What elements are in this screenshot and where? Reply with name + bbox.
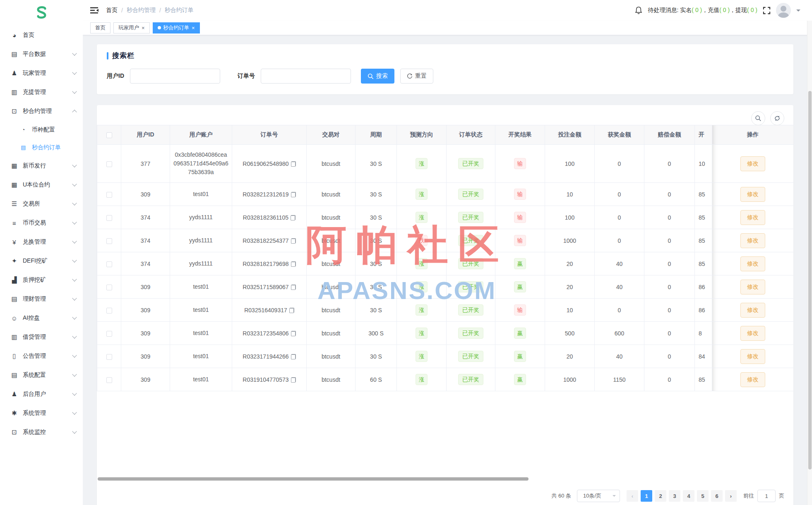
breadcrumb-item[interactable]: 秒合约管理 [127,7,156,14]
row-checkbox[interactable] [106,285,112,290]
direction-tag: 涨 [416,281,428,293]
sidebar-item[interactable]: ☺ AI控盘 [0,309,83,328]
sidebar-item[interactable]: ♟ 玩家管理 [0,64,83,83]
copy-icon[interactable] [291,215,295,220]
edit-button[interactable]: 修改 [740,256,765,271]
reset-button[interactable]: 重置 [400,69,433,84]
page-size-select[interactable]: 10条/页 [577,490,620,502]
column-header-order_no: 订单号 [232,125,307,145]
collapse-sidebar-icon[interactable] [90,7,99,14]
column-header-checkbox [97,125,121,145]
edit-button[interactable]: 修改 [740,210,765,225]
sidebar-item[interactable]: ⊡ 系统监控 [0,423,83,442]
edit-button[interactable]: 修改 [740,156,765,171]
copy-icon[interactable] [291,377,296,383]
row-checkbox[interactable] [106,192,112,198]
result-tag: 输 [514,189,526,200]
cell-pair: btcusdt [307,206,356,229]
copy-icon[interactable] [289,308,294,313]
close-icon[interactable]: × [142,25,145,31]
tab-home[interactable]: 首页 [90,22,111,34]
result-tag: 输 [514,158,526,170]
chevron-down-icon [72,201,77,205]
sidebar-item[interactable]: ▯ 公告管理 [0,347,83,366]
sidebar-item[interactable]: ✱ 系统管理 [0,404,83,423]
chevron-down-icon [72,258,77,262]
tab-seconds-orders[interactable]: 秒合约订单× [153,22,200,34]
edit-button[interactable]: 修改 [740,349,765,364]
refresh-button[interactable] [770,111,784,125]
sidebar-item[interactable]: ▤ 平台数据 [0,45,83,64]
edit-button[interactable]: 修改 [740,280,765,294]
sidebar-item[interactable]: ▤ 理财管理 [0,290,83,309]
page-button[interactable]: 5 [697,490,709,502]
page-button[interactable]: 6 [711,490,723,502]
order-no-input[interactable] [261,69,351,84]
edit-button[interactable]: 修改 [740,303,765,318]
vertical-scrollbar-thumb[interactable] [808,91,812,469]
edit-button[interactable]: 修改 [740,187,765,202]
copy-icon[interactable] [291,331,296,336]
edit-button[interactable]: 修改 [740,372,765,387]
row-checkbox[interactable] [106,161,112,167]
tab-players[interactable]: 玩家用户× [113,22,150,34]
chevron-down-icon[interactable] [796,10,800,14]
sidebar-item[interactable]: ✦ DEFI挖矿 [0,251,83,270]
table-body: 377 0x3cbfe0804086cea09635171d454e09a675… [97,145,794,391]
sidebar-item[interactable]: ▦ U本位合约 [0,175,83,194]
copy-icon[interactable] [291,261,296,267]
row-checkbox[interactable] [106,215,112,221]
copy-icon[interactable] [291,192,296,197]
title-accent-bar [107,52,108,60]
result-tag: 输 [514,304,526,316]
cell-order-no: R0325171589067 [232,275,307,299]
sidebar-subitem[interactable]: ◔ 币种配置 [0,121,83,139]
page-button[interactable]: 4 [683,490,694,502]
row-checkbox[interactable] [106,354,112,360]
sidebar-item[interactable]: ▥ 借贷管理 [0,328,83,347]
cell-period: 30 S [356,299,397,322]
cell-open-price: 85 [695,206,712,229]
prev-page-button[interactable]: ‹ [627,490,638,502]
row-checkbox[interactable] [106,331,112,337]
row-checkbox[interactable] [106,308,112,314]
row-checkbox[interactable] [106,238,112,244]
edit-button[interactable]: 修改 [740,326,765,341]
page-button[interactable]: 3 [669,490,680,502]
sidebar-item[interactable]: ◕ 首页 [0,26,83,45]
next-page-button[interactable]: › [725,490,737,502]
copy-icon[interactable] [291,238,296,244]
cell-account: yyds1111 [173,233,228,248]
breadcrumb-item[interactable]: 首页 [106,7,118,14]
avatar[interactable] [776,3,791,18]
fullscreen-icon[interactable] [763,7,771,14]
sidebar-item[interactable]: ▤ 系统配置 [0,366,83,385]
copy-icon[interactable] [291,285,296,290]
sidebar-item[interactable]: ▟ 质押挖矿 [0,270,83,290]
sidebar-item[interactable]: ▥ 充提管理 [0,83,83,102]
sidebar-item[interactable]: ≡ 币币交易 [0,213,83,232]
bell-icon[interactable] [634,6,643,14]
row-checkbox[interactable] [106,377,112,383]
status-tag: 已开奖 [458,304,483,316]
column-header-open: 开 [695,125,712,145]
sidebar-item[interactable]: ⊡ 秒合约管理 [0,102,83,121]
goto-page-input[interactable] [757,490,776,502]
select-all-checkbox[interactable] [106,132,112,138]
page-button[interactable]: 2 [655,490,666,502]
close-icon[interactable]: × [192,25,195,31]
sidebar-subitem[interactable]: ▤ 秒合约订单 [0,139,83,156]
row-checkbox[interactable] [106,261,112,267]
sidebar-item[interactable]: ♟ 后台用户 [0,385,83,404]
search-toggle-button[interactable] [751,111,765,125]
page-button[interactable]: 1 [641,490,652,502]
user-id-input[interactable] [130,69,220,84]
copy-icon[interactable] [291,354,296,359]
search-button[interactable]: 搜索 [361,69,394,84]
copy-icon[interactable] [291,161,296,167]
sidebar-item[interactable]: ¥ 兑换管理 [0,232,83,251]
edit-button[interactable]: 修改 [740,233,765,248]
sidebar-item[interactable]: ▦ 新币发行 [0,156,83,175]
horizontal-scrollbar[interactable] [98,477,529,481]
sidebar-item[interactable]: ☰ 交易所 [0,194,83,213]
